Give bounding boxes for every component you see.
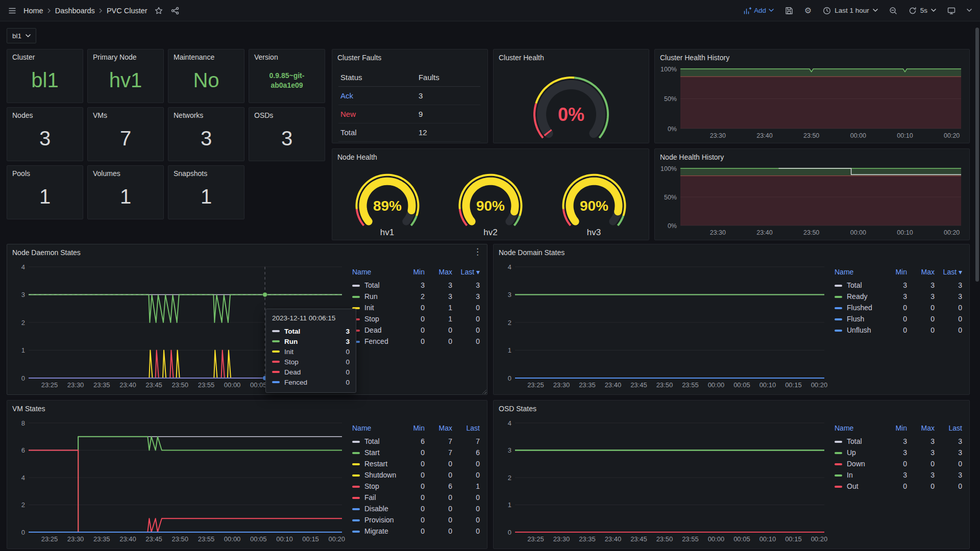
legend-col-min[interactable]: Min xyxy=(880,423,908,436)
legend-value: 0 xyxy=(426,336,453,347)
star-icon xyxy=(155,7,163,15)
legend-col-max[interactable]: Max xyxy=(426,423,453,436)
svg-text:23:25: 23:25 xyxy=(527,535,544,543)
svg-text:0%: 0% xyxy=(668,126,677,133)
scrollbar-thumb[interactable] xyxy=(975,28,979,282)
svg-text:3: 3 xyxy=(508,446,511,454)
legend-series-dead[interactable]: Dead xyxy=(352,324,398,336)
svg-text:23:55: 23:55 xyxy=(198,535,215,543)
legend-col-name[interactable]: Name xyxy=(835,423,880,436)
node-domain-states-chart[interactable]: 0123423:2523:3023:3523:4023:4523:5023:55… xyxy=(498,262,830,391)
legend-col-name[interactable]: Name xyxy=(835,267,880,280)
fault-status-ack[interactable]: Ack xyxy=(338,87,416,105)
legend-series-flush[interactable]: Flush xyxy=(835,313,880,324)
svg-text:23:40: 23:40 xyxy=(756,132,772,139)
legend-series-fail[interactable]: Fail xyxy=(352,492,398,503)
legend-series-disable[interactable]: Disable xyxy=(352,503,398,514)
svg-text:0: 0 xyxy=(508,529,511,536)
vm-states-chart[interactable]: 0246823:2523:3023:3523:4023:4523:5023:55… xyxy=(11,418,348,545)
legend-col-last[interactable]: Last xyxy=(453,423,481,436)
time-range-picker[interactable]: Last 1 hour xyxy=(822,6,879,16)
legend-series-total[interactable]: Total xyxy=(352,280,398,291)
favorite-star-button[interactable] xyxy=(154,6,164,16)
legend-series-up[interactable]: Up xyxy=(835,447,880,458)
legend-series-shutdown[interactable]: Shutdown xyxy=(352,469,398,481)
legend-series-run[interactable]: Run xyxy=(352,291,398,302)
panel-resize-handle[interactable] xyxy=(481,389,486,394)
menu-toggle-button[interactable] xyxy=(7,6,17,16)
legend-series-out[interactable]: Out xyxy=(835,481,880,492)
legend-series-total[interactable]: Total xyxy=(352,436,398,447)
zoom-out-time-button[interactable] xyxy=(888,6,898,16)
stat-value: bl1 xyxy=(31,70,58,90)
tv-kiosk-button[interactable] xyxy=(946,6,957,16)
legend-series-start[interactable]: Start xyxy=(352,447,398,458)
legend-col-min[interactable]: Min xyxy=(398,423,426,436)
legend-col-last[interactable]: Last ▾ xyxy=(936,267,963,280)
legend-col-name[interactable]: Name xyxy=(352,423,398,436)
legend-value: 6 xyxy=(453,447,481,458)
legend-series-total[interactable]: Total xyxy=(835,280,880,291)
legend-row: Ready333 xyxy=(835,291,963,302)
legend-series-stop[interactable]: Stop xyxy=(352,481,398,492)
series-color-swatch xyxy=(352,285,360,287)
tooltip-row-stop: Stop0 xyxy=(272,357,350,367)
legend-col-name[interactable]: Name xyxy=(352,267,398,280)
legend-series-in[interactable]: In xyxy=(835,469,880,481)
navbar-collapse-button[interactable] xyxy=(966,8,973,13)
svg-text:4: 4 xyxy=(21,474,25,482)
chevron-right-icon xyxy=(47,8,51,13)
series-color-swatch xyxy=(272,350,280,353)
legend-col-max[interactable]: Max xyxy=(426,267,453,280)
breadcrumb-dashboards[interactable]: Dashboards xyxy=(55,7,95,15)
refresh-picker[interactable]: 5s xyxy=(908,6,937,16)
legend-series-migrate[interactable]: Migrate xyxy=(352,525,398,537)
legend-series-stop[interactable]: Stop xyxy=(352,313,398,324)
legend-series-flushed[interactable]: Flushed xyxy=(835,302,880,313)
stat-value: 0.9.85~git-ab0a1e09 xyxy=(260,71,313,90)
variable-dropdown[interactable]: bl1 xyxy=(7,28,36,43)
legend-series-fenced[interactable]: Fenced xyxy=(352,336,398,347)
panel-menu-icon[interactable]: ⋮ xyxy=(473,247,482,257)
panel-node-domain-states: Node Domain States 0123423:2523:3023:352… xyxy=(493,244,970,395)
legend-col-last[interactable]: Last ▾ xyxy=(453,267,481,280)
legend-value: 0 xyxy=(936,324,963,336)
cluster-health-history-chart[interactable]: 0%50%100%23:3023:4023:5000:0000:1000:20 xyxy=(659,65,965,140)
legend-series-total[interactable]: Total xyxy=(835,436,880,447)
breadcrumb-home[interactable]: Home xyxy=(23,7,43,15)
svg-text:00:00: 00:00 xyxy=(224,535,241,543)
panel-title: OSD States xyxy=(499,405,536,413)
osd-states-chart[interactable]: 0123423:2523:3023:3523:4023:4523:5023:55… xyxy=(498,418,830,545)
legend-col-min[interactable]: Min xyxy=(880,267,908,280)
panel-node-health: Node Health 89%hv190%hv290%hv3 xyxy=(332,148,649,240)
fault-status-new[interactable]: New xyxy=(338,105,416,123)
legend-value: 0 xyxy=(426,324,453,336)
svg-text:23:55: 23:55 xyxy=(198,381,215,389)
legend-col-max[interactable]: Max xyxy=(908,423,936,436)
legend-series-down[interactable]: Down xyxy=(835,458,880,469)
svg-text:23:45: 23:45 xyxy=(630,535,647,543)
share-dashboard-button[interactable] xyxy=(170,6,180,16)
panel-title: Primary Node xyxy=(93,53,137,61)
legend-col-min[interactable]: Min xyxy=(398,267,426,280)
svg-text:00:10: 00:10 xyxy=(760,381,776,389)
legend-value: 3 xyxy=(908,436,936,447)
legend-value: 0 xyxy=(453,324,481,336)
cluster-faults-table: StatusFaultsAck3New9Total12 xyxy=(338,70,480,142)
panel-osd-states: OSD States 0123423:2523:3023:3523:4023:4… xyxy=(493,400,970,549)
legend-series-ready[interactable]: Ready xyxy=(835,291,880,302)
page-scrollbar[interactable] xyxy=(974,21,980,551)
dashboard-settings-button[interactable]: ⚙ xyxy=(803,6,813,16)
legend-col-last[interactable]: Last xyxy=(936,423,963,436)
legend-series-unflush[interactable]: Unflush xyxy=(835,324,880,336)
node-health-history-chart[interactable]: 0%50%100%23:3023:4023:5000:0000:1000:20 xyxy=(659,164,965,237)
add-panel-button[interactable]: Add xyxy=(742,6,775,16)
save-dashboard-button[interactable] xyxy=(784,6,794,16)
legend-series-restart[interactable]: Restart xyxy=(352,458,398,469)
series-color-swatch xyxy=(272,340,280,342)
legend-series-provision[interactable]: Provision xyxy=(352,514,398,525)
legend-value: 0 xyxy=(908,324,936,336)
legend-series-init[interactable]: Init xyxy=(352,302,398,313)
legend-col-max[interactable]: Max xyxy=(908,267,936,280)
legend-row: Out000 xyxy=(835,481,963,492)
